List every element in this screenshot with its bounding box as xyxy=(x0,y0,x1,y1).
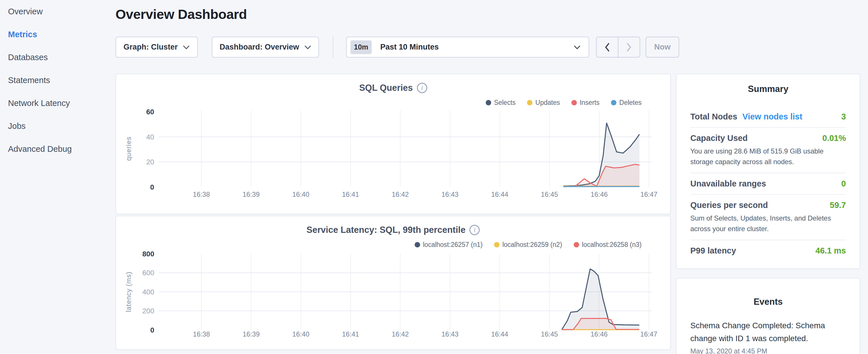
summary-row-head: Unavailable ranges0 xyxy=(690,179,846,189)
view-nodes-link[interactable]: View nodes list xyxy=(743,112,802,122)
chart-plot-area[interactable]: 16:3816:3916:4016:4116:4216:4316:4416:45… xyxy=(116,216,670,349)
event-text: Schema Change Completed: Schema change w… xyxy=(690,319,846,345)
x-tick-label: 16:38 xyxy=(193,330,210,338)
time-window-badge: 10m xyxy=(350,40,372,54)
db-console-app: OverviewMetricsDatabasesStatementsNetwor… xyxy=(0,0,868,354)
sidebar-item-statements[interactable]: Statements xyxy=(0,69,115,92)
graph-selector-dropdown[interactable]: Graph: Cluster xyxy=(116,37,198,58)
summary-title: Summary xyxy=(690,84,846,94)
summary-row-head: Total NodesView nodes list3 xyxy=(690,112,846,122)
x-tick-label: 16:43 xyxy=(441,330,459,338)
x-tick-label: 16:41 xyxy=(342,190,359,198)
summary-row-head: Queries per second59.7 xyxy=(690,200,846,210)
x-tick-label: 16:38 xyxy=(193,190,210,198)
time-window-label: Past 10 Minutes xyxy=(380,43,574,52)
y-tick-label: 0 xyxy=(150,326,154,334)
x-tick-label: 16:40 xyxy=(292,330,309,338)
summary-row-value: 0 xyxy=(841,179,846,189)
summary-row-description: Sum of Selects, Updates, Inserts, and De… xyxy=(690,213,846,234)
summary-row-label: Capacity Used xyxy=(690,133,748,143)
previous-time-button[interactable] xyxy=(597,37,618,57)
summary-row: Unavailable ranges0 xyxy=(690,173,846,195)
summary-row-value: 59.7 xyxy=(830,200,846,210)
x-tick-label: 16:44 xyxy=(491,190,508,198)
y-axis-unit-label: latency (ms) xyxy=(125,271,132,312)
y-tick-label: 800 xyxy=(143,250,154,258)
summary-row-value: 0.01% xyxy=(823,133,846,143)
x-tick-label: 16:44 xyxy=(491,330,508,338)
chevron-right-icon xyxy=(626,42,632,52)
sidebar-item-databases[interactable]: Databases xyxy=(0,46,115,69)
x-tick-label: 16:42 xyxy=(392,330,409,338)
events-list: Schema Change Completed: Schema change w… xyxy=(690,319,846,354)
chart-plot-area[interactable]: 16:3816:3916:4016:4116:4216:4316:4416:45… xyxy=(116,74,670,214)
toolbar-divider xyxy=(333,37,333,58)
summary-row-description: You are using 28.6 MiB of 515.9 GiB usab… xyxy=(690,146,846,167)
summary-rows: Total NodesView nodes list3Capacity Used… xyxy=(690,106,846,261)
event-timestamp: May 13, 2020 at 4:45 PM xyxy=(690,347,846,354)
time-range-selector[interactable]: 10m Past 10 Minutes xyxy=(346,37,589,58)
y-tick-label: 400 xyxy=(143,288,154,296)
x-tick-label: 16:39 xyxy=(243,330,260,338)
summary-row-head: Capacity Used0.01% xyxy=(690,133,846,143)
sidebar-item-overview[interactable]: Overview xyxy=(0,0,115,23)
summary-row: Queries per second59.7Sum of Selects, Up… xyxy=(690,195,846,240)
summary-row: P99 latency46.1 ms xyxy=(690,240,846,261)
y-tick-label: 60 xyxy=(146,108,154,116)
x-tick-label: 16:42 xyxy=(392,190,409,198)
graph-selector-label: Graph: Cluster xyxy=(124,43,178,52)
x-tick-label: 16:46 xyxy=(591,330,608,338)
y-tick-label: 0 xyxy=(150,183,154,191)
y-tick-label: 40 xyxy=(146,133,154,141)
summary-row-head: P99 latency46.1 ms xyxy=(690,246,846,255)
summary-row-value: 46.1 ms xyxy=(815,246,846,255)
y-tick-label: 200 xyxy=(143,307,154,315)
x-tick-label: 16:41 xyxy=(342,330,359,338)
page-title: Overview Dashboard xyxy=(116,6,247,22)
sidebar-item-advanced-debug[interactable]: Advanced Debug xyxy=(0,137,115,160)
y-tick-label: 20 xyxy=(146,158,154,166)
summary-row-value: 3 xyxy=(841,112,846,122)
x-tick-label: 16:45 xyxy=(541,330,558,338)
x-tick-label: 16:39 xyxy=(242,190,260,198)
sidebar-item-network-latency[interactable]: Network Latency xyxy=(0,92,115,115)
x-tick-label: 16:46 xyxy=(591,190,608,198)
x-tick-label: 16:45 xyxy=(541,190,558,198)
summary-row-label: Total Nodes xyxy=(690,112,737,122)
sql-queries-chart-card: SQL Queries i SelectsUpdatesInsertsDelet… xyxy=(116,74,671,214)
chevron-down-icon xyxy=(183,45,190,49)
summary-row-label: Unavailable ranges xyxy=(690,179,766,189)
x-tick-label: 16:47 xyxy=(640,330,657,338)
x-tick-label: 16:47 xyxy=(641,190,658,198)
summary-row-label: Queries per second xyxy=(690,200,768,210)
summary-row: Capacity Used0.01%You are using 28.6 MiB… xyxy=(690,128,846,173)
dashboard-selector-label: Dashboard: Overview xyxy=(219,43,299,52)
summary-row: Total NodesView nodes list3 xyxy=(690,106,846,128)
events-title: Events xyxy=(690,297,846,307)
y-axis-unit-label: queries xyxy=(125,136,132,161)
sidebar-nav: OverviewMetricsDatabasesStatementsNetwor… xyxy=(0,0,115,354)
y-tick-label: 600 xyxy=(143,269,154,277)
summary-panel: Summary Total NodesView nodes list3Capac… xyxy=(676,74,860,269)
sidebar-item-metrics[interactable]: Metrics xyxy=(0,23,115,46)
chevron-left-icon xyxy=(604,42,610,52)
event-list-item[interactable]: Schema Change Completed: Schema change w… xyxy=(690,319,846,354)
sidebar-item-jobs[interactable]: Jobs xyxy=(0,115,115,137)
dashboard-selector-dropdown[interactable]: Dashboard: Overview xyxy=(212,37,319,58)
summary-row-label: P99 latency xyxy=(690,246,736,255)
next-time-button[interactable] xyxy=(618,37,640,57)
time-step-buttons xyxy=(596,37,640,58)
x-tick-label: 16:40 xyxy=(292,190,309,198)
chevron-down-icon xyxy=(304,45,311,49)
service-latency-chart-card: Service Latency: SQL, 99th percentile i … xyxy=(116,216,671,350)
events-panel: Events Schema Change Completed: Schema c… xyxy=(676,278,860,354)
now-button[interactable]: Now xyxy=(646,37,679,58)
x-tick-label: 16:43 xyxy=(442,190,459,198)
chevron-down-icon xyxy=(574,45,581,49)
